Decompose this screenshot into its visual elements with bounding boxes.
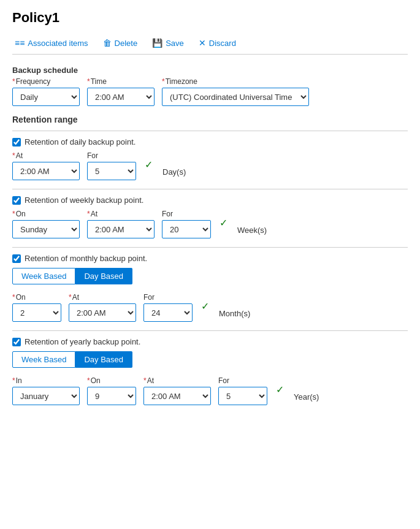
timezone-label: *Timezone (162, 77, 309, 86)
weekly-on-label: *On (12, 210, 80, 218)
monthly-day-based-tab[interactable]: Day Based (75, 268, 132, 284)
daily-checkbox[interactable] (12, 138, 21, 147)
daily-at-star: * (12, 151, 15, 160)
divider-1 (12, 131, 408, 131)
yearly-in-label: *In (12, 376, 80, 385)
yearly-at-group: *At 2:00 AM (143, 376, 211, 405)
time-star: * (87, 77, 90, 86)
daily-form-row: *At 2:00 AM For 5 ✓ Day(s) (12, 151, 408, 180)
weekly-checkbox-label: Retention of weekly backup point. (25, 196, 143, 205)
delete-icon: 🗑 (103, 38, 112, 48)
yearly-in-group: *In January (12, 376, 80, 405)
yearly-for-label: For (218, 376, 267, 385)
yearly-in-select[interactable]: January (12, 387, 80, 405)
weekly-on-select[interactable]: Sunday (12, 220, 80, 238)
yearly-day-based-tab[interactable]: Day Based (75, 351, 132, 368)
yearly-at-select[interactable]: 2:00 AM (143, 387, 211, 405)
timezone-star: * (162, 77, 165, 86)
monthly-form-row: *On 2 *At 2:00 AM For 24 ✓ Month(s) (12, 293, 408, 322)
backup-schedule-section: Backup schedule *Frequency Daily *Time 2… (12, 66, 408, 106)
frequency-group: *Frequency Daily (12, 77, 80, 106)
save-label: Save (166, 39, 184, 48)
monthly-unit-label: Month(s) (219, 309, 250, 322)
monthly-at-group: *At 2:00 AM (69, 293, 136, 322)
time-select[interactable]: 2:00 AM (87, 88, 155, 106)
grid-icon: ≡≡ (15, 38, 25, 48)
frequency-star: * (12, 77, 15, 86)
daily-at-select[interactable]: 2:00 AM (12, 162, 80, 180)
weekly-for-select[interactable]: 20 (162, 220, 211, 238)
yearly-check-icon: ✓ (276, 384, 284, 398)
monthly-checkbox-label: Retention of monthly backup point. (25, 254, 147, 263)
yearly-for-group: For 5 (218, 376, 267, 405)
weekly-for-group: For 20 (162, 210, 211, 238)
weekly-check-icon: ✓ (220, 217, 227, 231)
monthly-on-label: *On (12, 293, 61, 302)
yearly-checkbox[interactable] (12, 338, 21, 346)
frequency-select[interactable]: Daily (12, 88, 80, 106)
yearly-on-group: *On 9 (87, 376, 136, 405)
monthly-at-select[interactable]: 2:00 AM (69, 303, 136, 322)
daily-at-label: *At (12, 151, 80, 160)
monthly-tab-group: Week Based Day Based (12, 268, 408, 284)
monthly-at-star: * (69, 293, 72, 302)
page-title: Policy1 (12, 10, 408, 26)
weekly-at-label: *At (87, 210, 155, 218)
daily-for-label: For (87, 151, 136, 160)
yearly-tab-group: Week Based Day Based (12, 351, 408, 368)
monthly-at-label: *At (69, 293, 136, 302)
yearly-for-select[interactable]: 5 (218, 387, 267, 405)
weekly-on-group: *On Sunday (12, 210, 80, 238)
yearly-on-select[interactable]: 9 (87, 387, 136, 405)
timezone-group: *Timezone (UTC) Coordinated Universal Ti… (162, 77, 309, 106)
save-icon: 💾 (152, 38, 162, 48)
weekly-for-label: For (162, 210, 211, 218)
daily-unit-label: Day(s) (162, 167, 186, 180)
weekly-form-row: *On Sunday *At 2:00 AM For 20 ✓ Week(s) (12, 210, 408, 238)
monthly-for-group: For 24 (143, 293, 193, 322)
timezone-select[interactable]: (UTC) Coordinated Universal Time (162, 88, 309, 106)
time-label: *Time (87, 77, 155, 86)
delete-label: Delete (115, 39, 138, 48)
time-group: *Time 2:00 AM (87, 77, 155, 106)
toolbar: ≡≡ Associated items 🗑 Delete 💾 Save ✕ Di… (12, 32, 408, 55)
weekly-on-star: * (12, 210, 15, 218)
weekly-checkbox-row: Retention of weekly backup point. (12, 196, 408, 205)
divider-3 (12, 247, 408, 248)
daily-for-group: For 5 (87, 151, 136, 180)
monthly-checkbox[interactable] (12, 254, 21, 263)
daily-checkbox-label: Retention of daily backup point. (25, 137, 136, 147)
frequency-label: *Frequency (12, 77, 80, 86)
save-button[interactable]: 💾 Save (150, 37, 186, 49)
daily-for-select[interactable]: 5 (87, 162, 136, 180)
discard-icon: ✕ (199, 38, 206, 48)
yearly-at-label: *At (143, 376, 211, 385)
delete-button[interactable]: 🗑 Delete (101, 37, 140, 49)
monthly-for-select[interactable]: 24 (143, 303, 193, 322)
divider-2 (12, 189, 408, 189)
yearly-on-star: * (87, 376, 90, 385)
monthly-checkbox-row: Retention of monthly backup point. (12, 254, 408, 263)
daily-check-icon: ✓ (145, 159, 153, 173)
weekly-at-star: * (87, 210, 90, 218)
yearly-in-star: * (12, 376, 15, 385)
discard-button[interactable]: ✕ Discard (196, 37, 239, 49)
yearly-checkbox-label: Retention of yearly backup point. (25, 337, 140, 346)
monthly-week-based-tab[interactable]: Week Based (12, 268, 75, 284)
weekly-at-select[interactable]: 2:00 AM (87, 220, 155, 238)
yearly-unit-label: Year(s) (294, 392, 319, 405)
yearly-on-label: *On (87, 376, 136, 385)
retention-range-section: Retention range Retention of daily backu… (12, 115, 408, 405)
monthly-on-select[interactable]: 2 (12, 303, 61, 322)
associated-items-button[interactable]: ≡≡ Associated items (12, 37, 91, 49)
weekly-checkbox[interactable] (12, 196, 21, 205)
weekly-at-group: *At 2:00 AM (87, 210, 155, 238)
weekly-unit-label: Week(s) (237, 226, 267, 238)
monthly-on-star: * (12, 293, 15, 302)
yearly-week-based-tab[interactable]: Week Based (12, 351, 75, 368)
associated-items-label: Associated items (28, 39, 88, 48)
divider-4 (12, 330, 408, 331)
monthly-check-icon: ✓ (201, 300, 209, 314)
backup-schedule-label: Backup schedule (12, 66, 408, 75)
backup-schedule-row: *Frequency Daily *Time 2:00 AM *Timezone… (12, 77, 408, 106)
